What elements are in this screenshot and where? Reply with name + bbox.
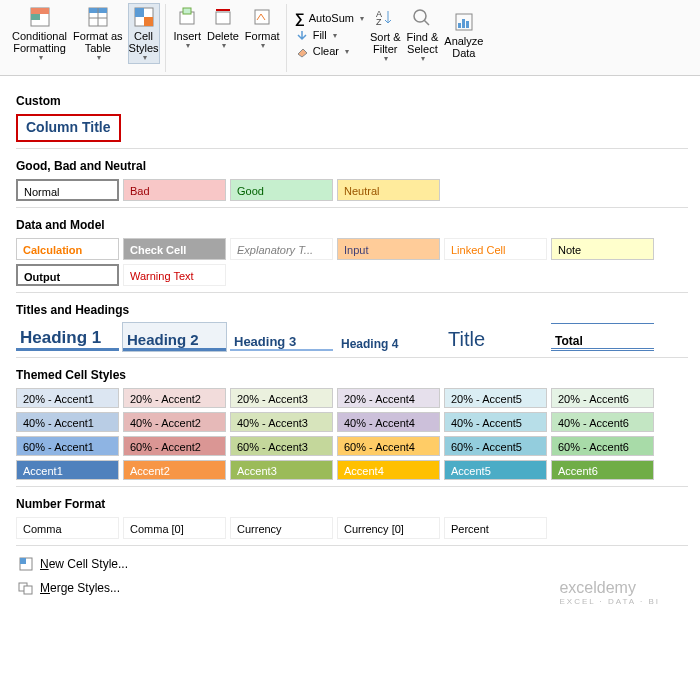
style-normal[interactable]: Normal [16,179,119,201]
style-accent[interactable]: Accent3 [230,460,333,480]
new-style-icon [18,556,34,572]
style-numfmt[interactable]: Currency [230,517,333,539]
style-accent[interactable]: Accent4 [337,460,440,480]
autosum-button[interactable]: ∑AutoSum [295,10,364,26]
style-accent[interactable]: 60% - Accent3 [230,436,333,456]
conditional-formatting-icon [29,6,51,28]
sigma-icon: ∑ [295,10,305,26]
style-numfmt[interactable]: Comma [0] [123,517,226,539]
style-total[interactable]: Total [551,323,654,351]
format-as-table-button[interactable]: Format as Table [73,4,123,63]
style-accent[interactable]: 20% - Accent6 [551,388,654,408]
style-accent[interactable]: 40% - Accent2 [123,412,226,432]
style-accent[interactable]: Accent2 [123,460,226,480]
style-output[interactable]: Output [16,264,119,286]
ribbon-group-editing: ∑AutoSum Fill Clear AZ Sort & Filter Fin… [289,4,490,72]
style-accent[interactable]: 20% - Accent5 [444,388,547,408]
sort-filter-button[interactable]: AZ Sort & Filter [370,5,401,64]
find-icon [411,7,433,29]
style-accent[interactable]: 60% - Accent4 [337,436,440,456]
style-accent[interactable]: 40% - Accent5 [444,412,547,432]
label: Analyze Data [444,35,483,59]
style-accent[interactable]: 60% - Accent1 [16,436,119,456]
merge-styles-icon [18,580,34,596]
style-column-title[interactable]: Column Title [16,114,121,142]
analyze-data-button[interactable]: Analyze Data [444,9,483,59]
label: Find & Select [407,31,439,55]
svg-rect-8 [135,8,144,17]
style-heading-1[interactable]: Heading 1 [16,323,119,351]
style-accent[interactable]: 20% - Accent3 [230,388,333,408]
label: ew Cell Style... [49,557,128,571]
clear-button[interactable]: Clear [295,44,364,58]
insert-button[interactable]: Insert [174,4,202,51]
style-calculation[interactable]: Calculation [16,238,119,260]
merge-styles-menu[interactable]: Merge Styles... [16,576,688,600]
clear-icon [295,44,309,58]
style-good[interactable]: Good [230,179,333,201]
style-warning-text[interactable]: Warning Text [123,264,226,286]
style-heading-4[interactable]: Heading 4 [337,323,440,351]
style-heading-3[interactable]: Heading 3 [230,323,333,351]
style-heading-2[interactable]: Heading 2 [123,323,226,351]
section-dm: Data and Model [16,218,688,232]
svg-rect-12 [216,12,230,24]
style-check-cell[interactable]: Check Cell [123,238,226,260]
cell-styles-gallery: Custom Column Title Good, Bad and Neutra… [0,76,700,676]
style-note[interactable]: Note [551,238,654,260]
svg-line-18 [424,20,429,25]
label: Sort & Filter [370,31,401,55]
style-accent[interactable]: 20% - Accent1 [16,388,119,408]
style-accent[interactable]: 40% - Accent1 [16,412,119,432]
style-accent[interactable]: 20% - Accent4 [337,388,440,408]
style-neutral[interactable]: Neutral [337,179,440,201]
svg-rect-21 [462,19,465,28]
style-numfmt[interactable]: Currency [0] [337,517,440,539]
label: Format [245,30,280,42]
style-bad[interactable]: Bad [123,179,226,201]
find-select-button[interactable]: Find & Select [407,5,439,64]
section-gbn: Good, Bad and Neutral [16,159,688,173]
style-title[interactable]: Title [444,323,547,351]
style-accent[interactable]: 40% - Accent3 [230,412,333,432]
analyze-icon [453,11,475,33]
conditional-formatting-button[interactable]: Conditional Formatting [12,4,67,63]
svg-text:Z: Z [376,17,382,27]
style-accent[interactable]: Accent1 [16,460,119,480]
svg-rect-11 [183,8,191,14]
svg-rect-24 [20,558,26,564]
style-numfmt[interactable]: Percent [444,517,547,539]
label: Delete [207,30,239,42]
style-accent[interactable]: Accent5 [444,460,547,480]
style-accent[interactable]: 60% - Accent6 [551,436,654,456]
cell-styles-icon [133,6,155,28]
style-accent[interactable]: Accent6 [551,460,654,480]
label: AutoSum [309,12,354,24]
style-input[interactable]: Input [337,238,440,260]
style-accent[interactable]: 60% - Accent5 [444,436,547,456]
style-accent[interactable]: 40% - Accent6 [551,412,654,432]
label: Clear [313,45,339,57]
svg-rect-9 [144,17,153,26]
sort-filter-icon: AZ [374,7,396,29]
section-custom: Custom [16,94,688,108]
style-accent[interactable]: 40% - Accent4 [337,412,440,432]
format-as-table-icon [87,6,109,28]
cell-styles-button[interactable]: Cell Styles [129,4,159,63]
svg-rect-2 [31,14,40,20]
style-accent[interactable]: 20% - Accent2 [123,388,226,408]
label: Format as Table [73,30,123,54]
style-numfmt[interactable]: Comma [16,517,119,539]
style-explanatory[interactable]: Explanatory T... [230,238,333,260]
new-cell-style-menu[interactable]: New Cell Style... [16,552,688,576]
section-themed: Themed Cell Styles [16,368,688,382]
style-linked-cell[interactable]: Linked Cell [444,238,547,260]
section-th: Titles and Headings [16,303,688,317]
delete-icon [212,6,234,28]
delete-button[interactable]: Delete [207,4,239,51]
svg-rect-22 [466,21,469,28]
fill-button[interactable]: Fill [295,28,364,42]
ribbon-group-cells: Insert Delete Format [168,4,287,72]
style-accent[interactable]: 60% - Accent2 [123,436,226,456]
format-button[interactable]: Format [245,4,280,51]
